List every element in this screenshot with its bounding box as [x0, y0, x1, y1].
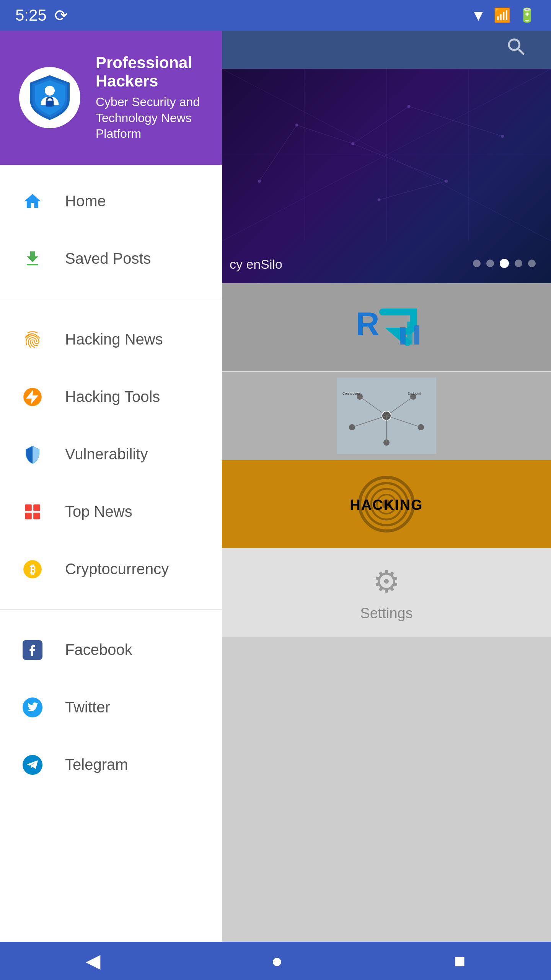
- drawer-nav: Home Saved Posts: [0, 165, 222, 942]
- status-icons-right: ▼ 📶 🔋: [471, 7, 536, 24]
- hero-dot-1[interactable]: [473, 260, 481, 267]
- svg-text:R: R: [356, 305, 379, 342]
- content-area: cy enSilo R: [222, 31, 551, 942]
- svg-rect-5: [33, 504, 40, 511]
- signal-icon: 📶: [494, 7, 511, 23]
- settings-card-content: ⚙ Settings: [222, 549, 551, 637]
- card-row-4: ⚙ Settings: [222, 549, 551, 637]
- facebook-icon: [19, 637, 46, 663]
- recent-button[interactable]: ■: [454, 950, 465, 972]
- telegram-icon: [19, 751, 46, 778]
- battery-icon: 🔋: [518, 7, 536, 23]
- bolt-icon: [19, 384, 46, 410]
- main-container: Professional Hackers Cyber Security and …: [0, 31, 551, 942]
- svg-text:HACKING: HACKING: [350, 497, 423, 513]
- nav-item-top-news[interactable]: Top News: [0, 483, 222, 541]
- content-search-bar: [222, 31, 551, 69]
- svg-line-31: [379, 181, 446, 200]
- card-network-diagram[interactable]: Connection Endpoint: [222, 372, 551, 460]
- drawer: Professional Hackers Cyber Security and …: [0, 31, 222, 942]
- svg-rect-7: [33, 513, 40, 519]
- svg-text:Connection: Connection: [342, 392, 360, 395]
- svg-rect-4: [25, 504, 32, 511]
- hero-slider: cy enSilo: [222, 69, 551, 283]
- status-bar: 5:25 ⟳ ▼ 📶 🔋: [0, 0, 551, 31]
- nav-saved-label: Saved Posts: [65, 250, 151, 267]
- bottom-nav: ◀ ● ■: [0, 942, 551, 980]
- card-settings[interactable]: ⚙ Settings: [222, 549, 551, 637]
- nav-facebook-label: Facebook: [65, 641, 132, 658]
- hacking-image: HACKING: [222, 460, 551, 548]
- nav-hacking-news-label: Hacking News: [65, 331, 163, 348]
- svg-rect-6: [25, 513, 32, 519]
- grid-icon: [19, 498, 46, 525]
- nav-item-telegram[interactable]: Telegram: [0, 736, 222, 794]
- nav-item-cryptocurrency[interactable]: ₿ Cryptocurrency: [0, 541, 222, 598]
- home-button[interactable]: ●: [271, 950, 283, 972]
- nav-item-saved-posts[interactable]: Saved Posts: [0, 230, 222, 287]
- nav-hacking-tools-label: Hacking Tools: [65, 388, 160, 405]
- hero-network-viz: [222, 69, 551, 241]
- hero-dot-2[interactable]: [486, 260, 494, 267]
- card-hacking[interactable]: HACKING: [222, 460, 551, 548]
- nav-telegram-label: Telegram: [65, 756, 128, 773]
- hero-dot-4[interactable]: [515, 260, 522, 267]
- svg-line-29: [353, 144, 446, 181]
- nav-home-label: Home: [65, 193, 106, 210]
- drawer-title-block: Professional Hackers Cyber Security and …: [96, 54, 203, 142]
- nav-item-hacking-tools[interactable]: Hacking Tools: [0, 368, 222, 426]
- svg-rect-35: [407, 322, 412, 345]
- nav-item-home[interactable]: Home: [0, 173, 222, 230]
- twitter-icon: [19, 694, 46, 721]
- svg-text:Endpoint: Endpoint: [408, 392, 421, 395]
- divider-1: [0, 299, 222, 299]
- nav-vulnerability-label: Vulnerability: [65, 446, 148, 463]
- svg-line-30: [259, 125, 297, 181]
- hero-dot-5[interactable]: [528, 260, 536, 267]
- svg-line-27: [353, 106, 409, 144]
- hero-dot-3[interactable]: [500, 259, 509, 268]
- bitcoin-icon: ₿: [19, 556, 46, 583]
- category-nav-section: Hacking News Hacking Tools: [0, 303, 222, 606]
- svg-rect-1: [46, 101, 54, 107]
- card-row-1: R: [222, 283, 551, 372]
- svg-text:₿: ₿: [30, 563, 36, 576]
- nav-top-news-label: Top News: [65, 503, 132, 520]
- status-time: 5:25: [15, 6, 47, 24]
- nav-item-twitter[interactable]: Twitter: [0, 679, 222, 736]
- download-icon: [19, 245, 46, 272]
- wifi-icon: ▼: [471, 7, 486, 24]
- search-icon[interactable]: [505, 36, 528, 64]
- shield-logo-icon: [25, 73, 75, 122]
- app-logo: [19, 67, 80, 128]
- nav-item-vulnerability[interactable]: Vulnerability: [0, 426, 222, 483]
- svg-line-26: [297, 125, 353, 144]
- hero-caption: cy enSilo: [230, 257, 282, 272]
- status-left: 5:25 ⟳: [15, 6, 68, 25]
- nav-item-facebook[interactable]: Facebook: [0, 621, 222, 679]
- card-row-3: HACKING: [222, 460, 551, 549]
- svg-rect-36: [414, 325, 419, 345]
- drawer-header: Professional Hackers Cyber Security and …: [0, 31, 222, 165]
- nav-twitter-label: Twitter: [65, 699, 110, 716]
- card-row-2: Connection Endpoint: [222, 372, 551, 460]
- fingerprint-icon: [19, 326, 46, 353]
- gear-icon: ⚙: [373, 564, 400, 599]
- vulnerability-shield-icon: [19, 441, 46, 468]
- card-grid: R: [222, 283, 551, 637]
- divider-2: [0, 609, 222, 610]
- back-button[interactable]: ◀: [86, 950, 100, 972]
- home-icon: [19, 188, 46, 215]
- main-nav-section: Home Saved Posts: [0, 165, 222, 295]
- social-nav-section: Facebook Twitter: [0, 614, 222, 801]
- settings-label: Settings: [360, 605, 412, 622]
- hero-dots: [473, 259, 536, 268]
- card-rt[interactable]: R: [222, 283, 551, 371]
- svg-line-28: [409, 106, 502, 136]
- svg-rect-34: [400, 327, 406, 345]
- nav-item-hacking-news[interactable]: Hacking News: [0, 311, 222, 368]
- app-subtitle: Cyber Security and Technology News Platf…: [96, 94, 203, 142]
- nav-cryptocurrency-label: Cryptocurrency: [65, 560, 169, 578]
- app-name: Professional Hackers: [96, 54, 203, 90]
- svg-point-23: [501, 135, 504, 138]
